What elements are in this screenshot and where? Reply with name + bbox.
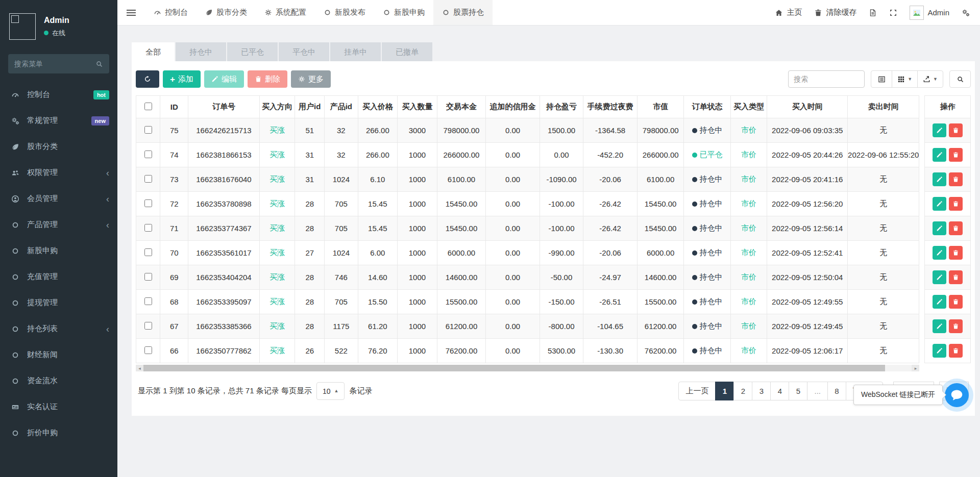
cell-value: 买涨 (270, 346, 285, 355)
refresh-button[interactable] (136, 70, 159, 88)
status-tab[interactable]: 已撤单 (382, 42, 432, 61)
top-nav-item[interactable]: 系统配置 (256, 0, 315, 25)
row-delete-button[interactable] (949, 197, 963, 211)
cell-value: 1662353404204 (196, 273, 251, 282)
home-link[interactable]: 主页 (775, 8, 802, 17)
row-checkbox[interactable] (144, 126, 152, 134)
row-edit-button[interactable] (933, 197, 946, 211)
action-row (925, 167, 971, 192)
add-button[interactable]: +添加 (163, 70, 201, 88)
sidebar-item[interactable]: 权限管理‹ (0, 160, 117, 186)
sidebar-item[interactable]: 折价申购 (0, 420, 117, 446)
sidebar-item[interactable]: 资金流水 (0, 368, 117, 394)
row-checkbox[interactable] (144, 346, 152, 354)
row-delete-button[interactable] (949, 319, 963, 333)
status-tab[interactable]: 挂单中 (330, 42, 381, 61)
status-dot-icon (692, 226, 697, 231)
sidebar-item-label: 股市分类 (27, 142, 58, 152)
row-checkbox[interactable] (144, 322, 152, 330)
menu-search-input[interactable] (14, 60, 95, 68)
columns-button[interactable]: ▼ (892, 70, 918, 88)
select-all-checkbox[interactable] (144, 103, 152, 110)
sidebar-item[interactable]: 会员管理‹ (0, 186, 117, 212)
row-edit-button[interactable] (933, 221, 946, 235)
sidebar-item[interactable]: 股市分类 (0, 134, 117, 160)
status-tab[interactable]: 全部 (132, 42, 175, 61)
row-checkbox[interactable] (144, 150, 152, 158)
scroll-left-icon[interactable]: ◂ (136, 365, 143, 371)
row-checkbox[interactable] (144, 273, 152, 281)
row-edit-button[interactable] (933, 172, 946, 186)
top-nav-item[interactable]: 控制台 (145, 0, 197, 25)
detail-view-button[interactable] (871, 70, 892, 88)
row-edit-button[interactable] (933, 344, 946, 358)
page-item[interactable]: 4 (770, 382, 789, 400)
edit-button[interactable]: 编辑 (204, 70, 244, 88)
chat-button[interactable] (945, 383, 969, 407)
row-delete-button[interactable] (949, 295, 963, 309)
row-checkbox[interactable] (144, 199, 152, 207)
export-button[interactable]: ▼ (917, 70, 943, 88)
row-checkbox[interactable] (144, 224, 152, 232)
row-delete-button[interactable] (949, 344, 963, 358)
sidebar-item[interactable]: 实名认证 (0, 394, 117, 420)
table-search-input[interactable] (788, 70, 865, 88)
logs-icon[interactable] (869, 9, 877, 17)
page-item[interactable]: 2 (733, 382, 752, 400)
page-item[interactable]: 1 (715, 382, 734, 400)
row-delete-button[interactable] (949, 172, 963, 186)
clear-cache-button[interactable]: 清除缓存 (814, 8, 856, 17)
row-edit-button[interactable] (933, 319, 946, 333)
sidebar-item[interactable]: 财经新闻 (0, 342, 117, 368)
scrollbar-thumb[interactable] (143, 365, 885, 371)
page-item[interactable]: ... (807, 382, 828, 400)
cell-value: 买涨 (270, 174, 285, 183)
delete-button[interactable]: 删除 (248, 70, 287, 88)
row-checkbox[interactable] (144, 297, 152, 305)
status-tab[interactable]: 持仓中 (176, 42, 226, 61)
sidebar-item[interactable]: 充值管理 (0, 264, 117, 290)
status-tab[interactable]: 平仓中 (279, 42, 329, 61)
row-edit-button[interactable] (933, 295, 946, 309)
row-delete-button[interactable] (949, 221, 963, 235)
top-nav-item[interactable]: 股市分类 (197, 0, 256, 25)
scrollbar-track[interactable] (143, 365, 912, 371)
row-delete-button[interactable] (949, 270, 963, 284)
sidebar-item[interactable]: 新股申购 (0, 238, 117, 264)
action-row (925, 192, 971, 216)
page-item[interactable]: 3 (752, 382, 771, 400)
cell-user-id: 28 (295, 290, 325, 314)
page-item[interactable]: 上一页 (678, 382, 716, 400)
settings-gear-icon[interactable] (962, 9, 970, 17)
more-button[interactable]: 更多 (291, 70, 331, 88)
scroll-right-icon[interactable]: ▸ (912, 365, 919, 371)
horizontal-scrollbar[interactable]: ◂ ▸ (136, 365, 919, 371)
search-icon[interactable] (95, 60, 103, 68)
row-delete-button[interactable] (949, 148, 963, 162)
circle-icon (11, 325, 22, 333)
status-tab[interactable]: 已平仓 (227, 42, 278, 61)
row-edit-button[interactable] (933, 123, 946, 137)
top-nav-item[interactable]: 新股申购 (374, 0, 433, 25)
page-size-select[interactable]: 10 ▲ (316, 382, 345, 400)
sidebar-item[interactable]: 控制台hot (0, 82, 117, 108)
page-item[interactable]: 8 (827, 382, 846, 400)
sidebar-item[interactable]: 常规管理new (0, 108, 117, 134)
sidebar-item[interactable]: 持仓列表‹ (0, 316, 117, 342)
fullscreen-icon[interactable] (889, 9, 897, 17)
row-checkbox[interactable] (144, 248, 152, 256)
search-submit-button[interactable] (949, 70, 971, 88)
top-nav-item[interactable]: 股票持仓 (433, 0, 493, 25)
row-delete-button[interactable] (949, 246, 963, 260)
top-nav-item[interactable]: 新股发布 (315, 0, 374, 25)
sidebar-item[interactable]: 产品管理‹ (0, 212, 117, 238)
hamburger-menu-icon[interactable] (117, 0, 145, 25)
user-menu[interactable]: Admin (910, 6, 949, 20)
row-edit-button[interactable] (933, 148, 946, 162)
page-item[interactable]: 5 (789, 382, 807, 400)
row-delete-button[interactable] (949, 123, 963, 137)
sidebar-item[interactable]: 提现管理 (0, 290, 117, 316)
row-checkbox[interactable] (144, 175, 152, 183)
row-edit-button[interactable] (933, 246, 946, 260)
row-edit-button[interactable] (933, 270, 946, 284)
